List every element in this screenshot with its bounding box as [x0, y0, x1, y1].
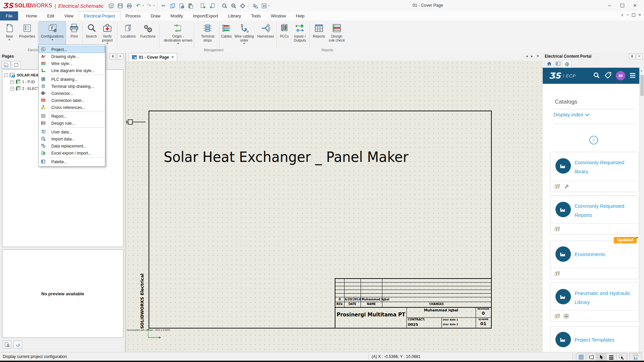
ecp-catalog-tab[interactable]	[553, 60, 562, 67]
menu-item-design-rule[interactable]: Design rule...	[39, 120, 105, 127]
new-button[interactable]: New	[2, 21, 17, 49]
menu-item-data-replacement[interactable]: Data replacement...	[39, 142, 105, 149]
ecp-menu-button[interactable]	[629, 73, 636, 79]
tab-tools[interactable]: Tools	[246, 11, 266, 20]
frame-view-button[interactable]	[12, 61, 20, 69]
menu-item-terminal-strip-drawing[interactable]: Terminal strip drawing...	[39, 83, 105, 90]
tabbar-close-icon[interactable]: ✕	[536, 54, 539, 58]
menu-item-connector[interactable]: Connector...	[39, 90, 105, 97]
ecp-scrollbar[interactable]: ▴	[639, 68, 644, 352]
close-panel-button[interactable]: ✕	[117, 54, 123, 59]
ecp-home-tab[interactable]	[545, 60, 553, 67]
save-button[interactable]	[116, 2, 124, 9]
functions-button[interactable]: ⚙⚙ Functions	[138, 21, 158, 49]
expand-expander-icon[interactable]: +	[10, 80, 14, 84]
scroll-right-icon[interactable]: ▸	[531, 54, 533, 58]
pin-button[interactable]	[110, 54, 116, 59]
paste-button[interactable]	[187, 2, 194, 9]
scrollbar-up-arrow-icon[interactable]: ▴	[641, 69, 642, 72]
harnesses-button[interactable]: Harnesses	[256, 21, 275, 49]
collaboration-button[interactable]	[629, 353, 642, 361]
cables-button[interactable]: Cables	[220, 21, 232, 49]
expand-expander-icon[interactable]: +	[10, 87, 14, 90]
selection-options-button[interactable]	[616, 353, 627, 361]
grid-toggle-button[interactable]	[576, 353, 586, 361]
doc-restore-icon[interactable]	[632, 13, 635, 17]
tab-process[interactable]: Process	[120, 11, 146, 20]
doc-close-icon[interactable]: ✕	[638, 13, 641, 17]
project-manager-button[interactable]	[107, 2, 115, 9]
preview-toggle-button[interactable]	[3, 341, 11, 349]
card-project-templates[interactable]: Project Templates	[550, 326, 639, 352]
tab-close-icon[interactable]: ✕	[171, 55, 174, 59]
undo-button[interactable]: ↶	[135, 2, 142, 9]
card-environments[interactable]: Environments	[550, 241, 639, 279]
inputs-outputs-button[interactable]: Inputs / Outputs	[291, 21, 309, 49]
tab-draw[interactable]: Draw	[146, 11, 165, 20]
undo-dropdown-arrow-icon[interactable]: ▾	[143, 4, 144, 7]
menu-item-report[interactable]: Report...	[39, 113, 105, 120]
tab-view[interactable]: View	[59, 11, 78, 20]
menu-item-cross-references[interactable]: Cross references...	[39, 104, 105, 111]
origin-destination-arrows-button[interactable]: Origin - destination arrows	[163, 21, 193, 49]
view-settings-button[interactable]: H	[260, 2, 268, 9]
reports-button[interactable]: Reports	[311, 21, 327, 49]
pin-button[interactable]	[629, 54, 635, 59]
locations-button[interactable]: Locations	[119, 21, 137, 49]
tab-help[interactable]: Help	[291, 11, 310, 20]
export-document-button[interactable]	[208, 2, 216, 9]
toolbar-options-arrow-icon[interactable]: ▾	[268, 4, 270, 7]
redo-button[interactable]: ↷	[146, 2, 153, 9]
select-cursor-button[interactable]	[596, 353, 606, 361]
card-pneumatic-hydraulic-library[interactable]: Pneumatic and Hydraulic Library M	[550, 283, 639, 322]
tab-electrical-project[interactable]: Electrical Project	[78, 11, 120, 20]
collapse-expander-icon[interactable]: −	[4, 73, 8, 77]
document-tab[interactable]: 01 - Cover Page ✕	[129, 53, 177, 61]
ecp-portal-tab[interactable]	[562, 60, 572, 68]
menu-item-import-data[interactable]: Import data...	[39, 135, 105, 142]
menu-item-wire-style[interactable]: Wire style...	[39, 60, 105, 67]
menu-item-user-data[interactable]: User data...	[39, 128, 105, 135]
tab-library[interactable]: Library	[223, 11, 246, 20]
drawing-canvas[interactable]: Solar Heat Exchanger _ Panel Maker SOLID…	[126, 61, 543, 352]
window-close-button[interactable]: ✕	[629, 0, 641, 11]
zoom-target-button[interactable]	[239, 2, 246, 9]
copy-drawing-button[interactable]	[178, 2, 185, 9]
wire-cabling-order-button[interactable]: 12 Wire cabling order	[233, 21, 255, 49]
ecp-tag-button[interactable]	[604, 72, 611, 80]
doc-minimize-icon[interactable]: ─	[627, 13, 629, 17]
menu-item-connection-label[interactable]: Connection label...	[39, 97, 105, 104]
window-maximize-button[interactable]	[616, 0, 629, 11]
copy-button[interactable]	[169, 2, 176, 9]
menu-item-line-diagram-line-style[interactable]: Line diagram line style...	[39, 67, 105, 74]
display-index-dropdown[interactable]: Display index	[553, 112, 589, 117]
menu-item-palette[interactable]: Palette...	[39, 158, 105, 165]
tab-window[interactable]: Window	[266, 11, 291, 20]
line-weight-button[interactable]	[606, 353, 616, 361]
menu-item-project[interactable]: Project...	[39, 46, 105, 53]
zoom-button[interactable]	[221, 2, 228, 9]
scroll-left-icon[interactable]: ◂	[526, 54, 528, 58]
plcs-button[interactable]: PLCs	[278, 21, 291, 49]
redo-dropdown-arrow-icon[interactable]: ▾	[154, 4, 155, 7]
window-minimize-button[interactable]: ─	[603, 0, 616, 11]
scrollbar-thumb[interactable]	[640, 75, 644, 96]
zoom-grid-button[interactable]	[251, 2, 259, 9]
tab-home[interactable]: Home	[21, 11, 42, 20]
card-commonly-requested-reports[interactable]: Commonly Requested Reports	[550, 195, 639, 235]
refresh-button[interactable]	[13, 341, 22, 349]
menu-item-plc-drawing[interactable]: PLC drawing...	[39, 76, 105, 83]
menu-item-drawing-style[interactable]: A Drawing style...	[39, 53, 105, 60]
print-button[interactable]	[125, 2, 133, 9]
close-panel-button[interactable]: ✕	[636, 54, 643, 59]
card-commonly-requested-library[interactable]: Commonly Requested library	[550, 152, 639, 192]
tab-import-export[interactable]: Import/Export	[188, 11, 223, 20]
tab-modify[interactable]: Modify	[165, 11, 188, 20]
tab-edit[interactable]: Edit	[42, 11, 60, 20]
cut-button[interactable]: ✂	[160, 2, 167, 9]
properties-button[interactable]: Properties	[17, 21, 37, 49]
import-document-button[interactable]	[199, 2, 207, 9]
collapse-ribbon-icon[interactable]: ∧	[621, 13, 624, 17]
terminal-strips-button[interactable]: Terminal strips	[197, 21, 218, 49]
design-rule-check-button[interactable]: Design rule check	[328, 21, 346, 49]
